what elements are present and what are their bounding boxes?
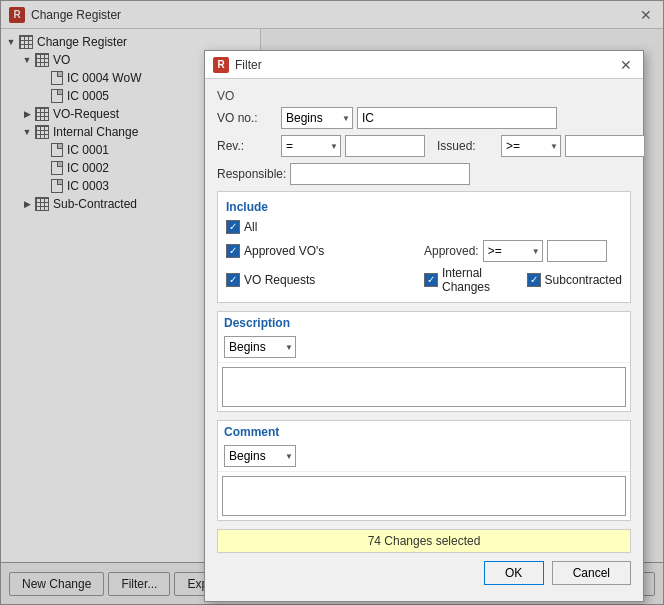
vo-requests-checkbox[interactable] (226, 273, 240, 287)
approved-vos-label: Approved VO's (244, 244, 324, 258)
description-input[interactable] (222, 367, 626, 407)
dialog-body: VO VO no.: Begins Contains Equals Ends R… (205, 79, 643, 601)
issued-operator-wrapper[interactable]: >= <= = > < (501, 135, 561, 157)
rev-input[interactable] (345, 135, 425, 157)
vo-requests-row: VO Requests (226, 266, 424, 294)
comment-title: Comment (218, 421, 630, 441)
approved-operator-wrapper[interactable]: >= <= = > < (483, 240, 543, 262)
comment-operator-select[interactable]: Begins Contains Equals Ends (224, 445, 296, 467)
description-operator-select[interactable]: Begins Contains Equals Ends (224, 336, 296, 358)
description-header: Begins Contains Equals Ends (218, 332, 630, 363)
include-section: Include All Approved VO's Approved: (217, 191, 631, 303)
issued-label: Issued: (437, 139, 497, 153)
description-title: Description (218, 312, 630, 332)
comment-section: Comment Begins Contains Equals Ends (217, 420, 631, 521)
status-bar: 74 Changes selected (217, 529, 631, 553)
vo-no-label: VO no.: (217, 111, 277, 125)
dialog-ok-button[interactable]: OK (484, 561, 544, 585)
subcontracted-checkbox[interactable] (527, 273, 541, 287)
dialog-cancel-button[interactable]: Cancel (552, 561, 631, 585)
rev-operator-select[interactable]: = != < > (281, 135, 341, 157)
dialog-title: Filter (235, 58, 611, 72)
dialog-buttons: OK Cancel (217, 561, 631, 591)
responsible-label: Responsible: (217, 167, 286, 181)
all-label: All (244, 220, 257, 234)
comment-operator-wrapper[interactable]: Begins Contains Equals Ends (224, 445, 296, 467)
subcontracted-label: Subcontracted (545, 273, 622, 287)
responsible-input[interactable] (290, 163, 470, 185)
rev-operator-wrapper[interactable]: = != < > (281, 135, 341, 157)
description-operator-wrapper[interactable]: Begins Contains Equals Ends (224, 336, 296, 358)
approved-operator-select[interactable]: >= <= = > < (483, 240, 543, 262)
vo-no-operator-wrapper[interactable]: Begins Contains Equals Ends (281, 107, 353, 129)
approved-right-row: Approved: >= <= = > < (424, 240, 622, 262)
comment-header: Begins Contains Equals Ends (218, 441, 630, 472)
rev-row: Rev.: = != < > Issued: >= <= = (217, 135, 631, 157)
dialog-title-bar: R Filter ✕ (205, 51, 643, 79)
vo-no-operator-select[interactable]: Begins Contains Equals Ends (281, 107, 353, 129)
status-text: 74 Changes selected (368, 534, 481, 548)
dialog-close-button[interactable]: ✕ (617, 56, 635, 74)
rev-label: Rev.: (217, 139, 277, 153)
include-title: Include (226, 200, 622, 214)
filter-dialog: R Filter ✕ VO VO no.: Begins Contains Eq… (204, 50, 644, 602)
vo-no-row: VO no.: Begins Contains Equals Ends (217, 107, 631, 129)
issued-input[interactable] (565, 135, 645, 157)
dialog-icon: R (213, 57, 229, 73)
approved-vos-row: Approved VO's (226, 240, 424, 262)
include-grid: Approved VO's Approved: >= <= = > < (226, 240, 622, 294)
internal-changes-label: Internal Changes (442, 266, 515, 294)
internal-changes-right: Internal Changes Subcontracted (424, 266, 622, 294)
comment-input[interactable] (222, 476, 626, 516)
comment-body (218, 472, 630, 520)
include-all-row: All (226, 220, 622, 234)
issued-operator-select[interactable]: >= <= = > < (501, 135, 561, 157)
approved-vos-checkbox[interactable] (226, 244, 240, 258)
responsible-row: Responsible: (217, 163, 631, 185)
description-section: Description Begins Contains Equals Ends (217, 311, 631, 412)
vo-requests-label: VO Requests (244, 273, 315, 287)
internal-changes-checkbox[interactable] (424, 273, 438, 287)
description-body (218, 363, 630, 411)
vo-section-label: VO (217, 89, 631, 103)
vo-no-input[interactable] (357, 107, 557, 129)
all-checkbox[interactable] (226, 220, 240, 234)
approved-value-input[interactable] (547, 240, 607, 262)
modal-overlay: R Filter ✕ VO VO no.: Begins Contains Eq… (0, 0, 664, 605)
approved-label: Approved: (424, 244, 479, 258)
